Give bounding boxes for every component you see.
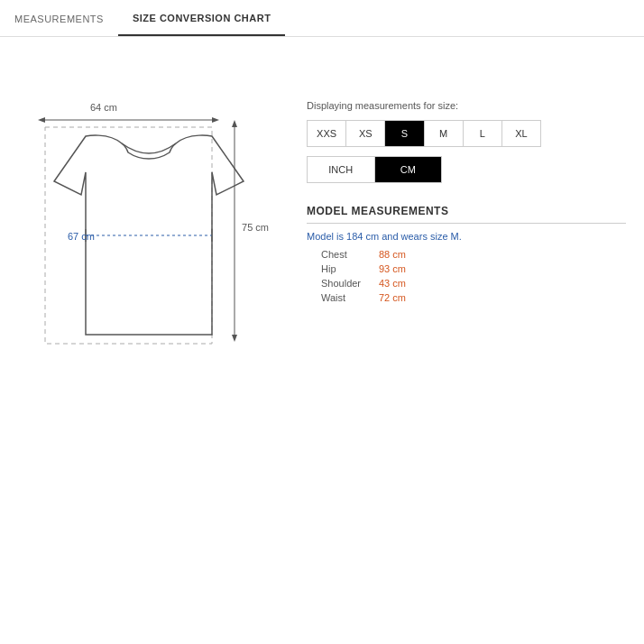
measurements-panel: Displaying measurements for size: XXS XS… bbox=[307, 91, 626, 362]
unit-btn-cm[interactable]: CM bbox=[375, 157, 442, 182]
waist-value: 72 cm bbox=[379, 292, 406, 303]
size-btn-xs[interactable]: XS bbox=[346, 121, 385, 146]
model-note: Model is 184 cm and wears size M. bbox=[307, 231, 626, 242]
measurement-row-hip: Hip 93 cm bbox=[307, 263, 626, 274]
size-btn-xxs[interactable]: XXS bbox=[308, 121, 346, 146]
header-tabs: MEASUREMENTS SIZE CONVERSION CHART bbox=[0, 0, 644, 37]
model-measurements-title: MODEL MEASUREMENTS bbox=[307, 205, 626, 224]
height-label: 75 cm bbox=[242, 222, 269, 233]
measurement-row-chest: Chest 88 cm bbox=[307, 249, 626, 260]
tab-size-conversion[interactable]: SIZE CONVERSION CHART bbox=[118, 13, 286, 36]
main-content: 64 cm bbox=[0, 91, 644, 362]
displaying-label: Displaying measurements for size: bbox=[307, 100, 626, 111]
size-btn-s[interactable]: S bbox=[385, 121, 424, 146]
size-btn-m[interactable]: M bbox=[425, 121, 464, 146]
chest-label-text: Chest bbox=[307, 249, 379, 260]
svg-marker-5 bbox=[232, 120, 237, 127]
svg-marker-2 bbox=[38, 117, 45, 123]
hip-value: 93 cm bbox=[379, 263, 406, 274]
tab-measurements[interactable]: MEASUREMENTS bbox=[0, 14, 118, 35]
svg-marker-3 bbox=[212, 117, 219, 123]
unit-btn-inch[interactable]: INCH bbox=[308, 157, 375, 182]
measurement-row-waist: Waist 72 cm bbox=[307, 292, 626, 303]
size-btn-xl[interactable]: XL bbox=[502, 121, 540, 146]
unit-selector: INCH CM bbox=[307, 156, 442, 183]
chest-label: 67 cm bbox=[68, 231, 95, 242]
shoulder-value: 43 cm bbox=[379, 278, 406, 289]
diagram-section: 64 cm bbox=[18, 91, 271, 362]
size-btn-l[interactable]: L bbox=[464, 121, 502, 146]
measurement-row-shoulder: Shoulder 43 cm bbox=[307, 278, 626, 289]
svg-marker-6 bbox=[232, 335, 237, 342]
tshirt-container: 64 cm bbox=[18, 91, 271, 362]
chest-value: 88 cm bbox=[379, 249, 406, 260]
waist-label-text: Waist bbox=[307, 292, 379, 303]
tshirt-diagram bbox=[18, 91, 271, 371]
hip-label-text: Hip bbox=[307, 263, 379, 274]
size-selector: XXS XS S M L XL bbox=[307, 120, 541, 147]
shoulder-label-text: Shoulder bbox=[307, 278, 379, 289]
